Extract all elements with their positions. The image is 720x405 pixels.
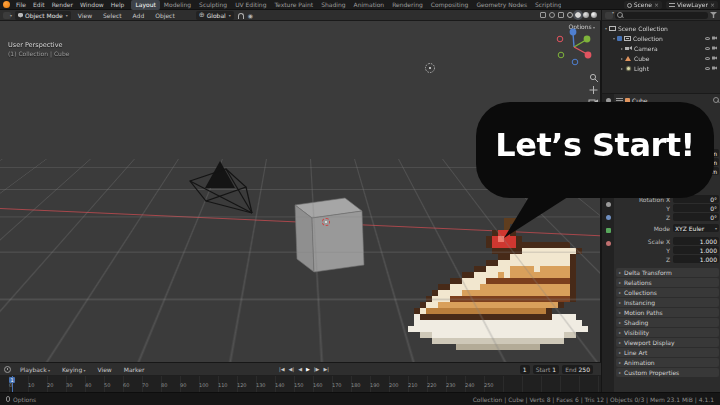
outliner-search-input[interactable] [615,12,708,19]
timeline-menu-playback[interactable]: Playback [17,366,53,373]
section-visibility[interactable]: Visibility [616,328,719,337]
workspace-tab-sculpting[interactable]: Sculpting [195,0,231,10]
transport-prev-keyframe-button[interactable]: ◀| [288,364,296,375]
scene-selector[interactable]: Scene [624,1,662,9]
camera-object[interactable] [176,141,266,225]
menu-window[interactable]: Window [77,0,107,10]
expand-icon[interactable]: ▾ [613,36,615,41]
snap-magnet-icon[interactable] [238,13,244,19]
outliner-item-collection[interactable]: ▾Collection [602,33,720,43]
expand-icon[interactable]: ▸ [621,66,623,71]
proportional-edit-icon[interactable] [248,10,253,21]
timeline-menu-view[interactable]: View [95,366,115,373]
orientation-dropdown[interactable]: Global [196,11,234,20]
expand-icon[interactable]: ▸ [621,56,623,61]
workspace-tab-compositing[interactable]: Compositing [427,0,473,10]
camera-visibility-icon[interactable] [712,46,717,50]
outliner-item-cube[interactable]: ▸Cube [602,53,720,63]
viewport-menu-select[interactable]: Select [100,10,125,21]
editor-type-icon[interactable] [3,12,11,19]
xray-toggle-icon[interactable] [558,12,564,18]
zoom-icon[interactable] [590,74,598,82]
workspace-tab-uv-editing[interactable]: UV Editing [231,0,270,10]
checkbox-icon[interactable] [617,36,622,41]
section-delta-transform[interactable]: Delta Transform [616,268,719,277]
property-field-z[interactable]: 1.000 [673,255,719,263]
timeline-ruler[interactable]: 1 01020304050607080901001101201301401501… [0,376,601,393]
workspace-tab-layout[interactable]: Layout [131,0,159,10]
section-instancing[interactable]: Instancing [616,298,719,307]
filter-icon[interactable] [710,12,717,18]
workspace-tab-texture-paint[interactable]: Texture Paint [270,0,317,10]
menu-edit[interactable]: Edit [30,0,48,10]
material-shading-icon[interactable] [583,12,589,18]
camera-visibility-icon[interactable] [712,56,717,60]
timeline-menu-keying[interactable]: Keying [59,366,88,373]
eye-icon[interactable] [705,57,710,60]
object-mode-icon [18,13,23,18]
camera-visibility-icon[interactable] [712,36,717,40]
timeline-menu-marker[interactable]: Marker [121,366,148,373]
viewlayer-unlink-icon[interactable] [710,0,715,10]
viewport-menu-add[interactable]: Add [130,10,148,21]
workspace-tab-geometry-nodes[interactable]: Geometry Nodes [472,0,531,10]
show-overlays-toggle-icon[interactable] [549,12,555,18]
blender-logo-icon[interactable] [3,1,10,8]
eye-icon[interactable] [705,67,710,70]
section-collections[interactable]: Collections [616,288,719,297]
viewlayer-selector[interactable]: ViewLayer [666,1,718,9]
viewport-menus: ViewSelectAddObject [75,10,178,21]
light-object[interactable] [422,60,438,76]
outliner-editor-icon[interactable] [605,12,613,19]
frame-tick-label: 100 [199,382,209,388]
section-shading[interactable]: Shading [616,318,719,327]
section-line-art[interactable]: Line Art [616,348,719,357]
navigation-gizmo[interactable] [554,25,600,71]
menu-render[interactable]: Render [49,0,76,10]
rendered-shading-icon[interactable] [591,12,597,18]
cube-object[interactable] [285,181,380,279]
status-stats: Collection | Cube | Verts 8 | Faces 6 | … [473,396,714,403]
move-view-icon[interactable] [590,86,598,94]
workspace-tab-rendering[interactable]: Rendering [388,0,427,10]
frame-start-field[interactable]: Start 1 [533,365,560,374]
outliner-item-camera[interactable]: ▸Camera [602,43,720,53]
camera-visibility-icon[interactable] [712,66,717,70]
workspace-tab-shading[interactable]: Shading [317,0,349,10]
section-animation[interactable]: Animation [616,358,719,367]
transport-jump-end-button[interactable]: ▶| [322,364,330,375]
transport-next-keyframe-button[interactable]: |▶ [313,364,321,375]
frame-tick-label: 50 [104,382,110,388]
eye-icon[interactable] [705,37,710,40]
menu-file[interactable]: File [13,0,29,10]
workspace-tab-scripting[interactable]: Scripting [531,0,561,10]
section-viewport-display[interactable]: Viewport Display [616,338,719,347]
section-label: Shading [624,319,648,326]
transport-play-button[interactable]: ▶ [305,364,311,375]
workspace-tab-modeling[interactable]: Modeling [160,0,195,10]
outliner-item-scene-collection[interactable]: ▾Scene Collection [602,23,720,33]
mode-dropdown[interactable]: Object Mode [15,11,71,20]
transport-jump-start-button[interactable]: |◀ [278,364,286,375]
outliner-panel: ▾Scene Collection▾Collection▸Camera▸Cube… [601,21,720,93]
scene-unlink-icon[interactable] [654,0,659,10]
timeline-editor-icon[interactable] [4,366,11,373]
property-field-y[interactable]: 1.000 [673,246,719,254]
frame-end-field[interactable]: End 250 [562,365,593,374]
wireframe-shading-icon[interactable] [567,12,573,18]
outliner-item-light[interactable]: ▸Light [602,63,720,73]
show-gizmo-toggle-icon[interactable] [540,12,546,18]
solid-shading-icon[interactable] [575,12,581,18]
section-relations[interactable]: Relations [616,278,719,287]
viewport-menu-view[interactable]: View [75,10,95,21]
transport-play-reverse-button[interactable]: ◀ [297,364,303,375]
viewport-menu-object[interactable]: Object [152,10,178,21]
eye-icon[interactable] [705,47,710,50]
expand-icon[interactable]: ▸ [621,46,623,51]
current-frame-field[interactable]: 1 [520,365,530,374]
section-custom-properties[interactable]: Custom Properties [616,368,719,377]
menu-help[interactable]: Help [108,0,128,10]
expand-icon[interactable]: ▾ [605,26,607,31]
workspace-tab-animation[interactable]: Animation [350,0,389,10]
section-motion-paths[interactable]: Motion Paths [616,308,719,317]
